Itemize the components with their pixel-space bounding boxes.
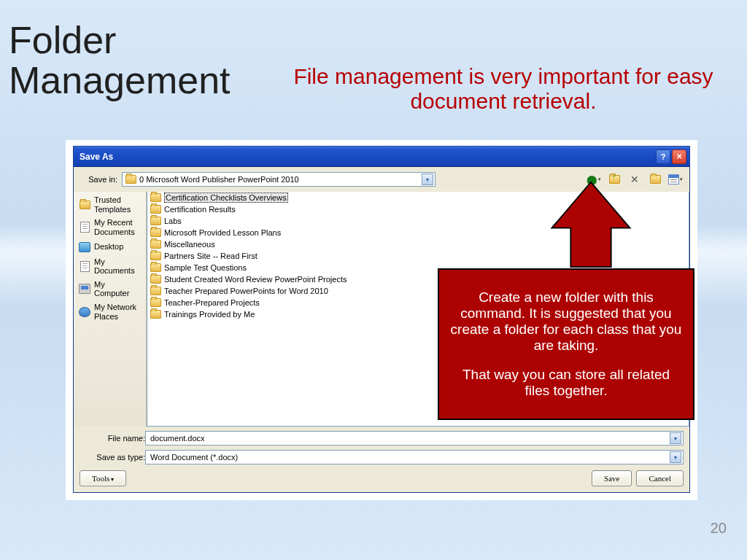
help-button[interactable] bbox=[656, 149, 670, 164]
folder-icon bbox=[150, 298, 161, 307]
chevron-down-icon[interactable]: ▾ bbox=[670, 451, 681, 463]
doc-icon bbox=[78, 260, 91, 272]
computer-icon bbox=[78, 283, 91, 295]
folder-name: Student Created Word Review PowerPoint P… bbox=[164, 275, 347, 284]
places-item-label: My Computer bbox=[94, 280, 142, 298]
file-name-input[interactable]: document.docx ▾ bbox=[145, 431, 684, 446]
folder-name: Partners Site -- Read First bbox=[164, 252, 258, 260]
callout-box: Create a new folder with this command. I… bbox=[438, 268, 694, 420]
places-item[interactable]: My Documents bbox=[74, 255, 146, 278]
folder-icon bbox=[150, 217, 161, 225]
folder-icon bbox=[150, 193, 161, 202]
places-bar: Trusted TemplatesMy Recent DocumentsDesk… bbox=[74, 192, 147, 427]
places-item-label: My Network Places bbox=[94, 303, 142, 321]
save-type-value: Word Document (*.docx) bbox=[150, 453, 238, 462]
folder-icon bbox=[650, 175, 661, 184]
places-item-label: My Documents bbox=[94, 257, 142, 276]
folder-icon bbox=[150, 275, 161, 284]
save-type-combo[interactable]: Word Document (*.docx) ▾ bbox=[145, 450, 684, 464]
cancel-button[interactable]: Cancel bbox=[636, 470, 684, 486]
title-line1: Folder bbox=[9, 20, 231, 61]
tools-button[interactable]: Tools bbox=[80, 470, 126, 486]
folder-icon bbox=[150, 310, 161, 319]
chevron-down-icon[interactable]: ▾ bbox=[422, 174, 433, 185]
button-row: Tools Save Cancel bbox=[74, 467, 689, 492]
file-name-value: document.docx bbox=[150, 434, 205, 443]
save-type-label: Save as type: bbox=[80, 453, 145, 462]
folder-name: Teacher-Prepared Projects bbox=[164, 298, 260, 307]
titlebar: Save As bbox=[74, 147, 689, 167]
page-number: 20 bbox=[711, 520, 727, 537]
callout-arrow bbox=[547, 181, 635, 268]
dialog-title: Save As bbox=[80, 152, 113, 162]
views-button[interactable] bbox=[667, 171, 684, 187]
folder-name: Teacher Prepared PowerPoints for Word 20… bbox=[164, 287, 328, 295]
places-item-label: Trusted Templates bbox=[94, 195, 142, 214]
folder-name: Certification Results bbox=[164, 205, 236, 214]
folder-name: Sample Test Questions bbox=[164, 263, 247, 272]
folder-name: Trainings Provided by Me bbox=[164, 310, 255, 319]
views-icon bbox=[668, 174, 679, 184]
folder-icon bbox=[78, 199, 91, 211]
folder-name: Labs bbox=[164, 217, 182, 225]
save-button[interactable]: Save bbox=[592, 470, 632, 486]
title-line2: Management bbox=[9, 61, 231, 101]
folder-icon bbox=[150, 252, 161, 260]
folder-name: Miscellaneous bbox=[164, 240, 215, 249]
network-icon bbox=[78, 306, 91, 318]
places-item-label: Desktop bbox=[94, 242, 123, 252]
folder-icon bbox=[150, 228, 161, 237]
folder-icon bbox=[125, 175, 136, 184]
chevron-down-icon[interactable]: ▾ bbox=[670, 432, 681, 444]
desktop-icon bbox=[78, 241, 91, 253]
places-item[interactable]: Desktop bbox=[74, 239, 146, 255]
new-folder-button[interactable] bbox=[647, 171, 663, 187]
bottom-fields: File name: document.docx ▾ Save as type:… bbox=[74, 427, 689, 467]
callout-p2: That way you can store all related files… bbox=[449, 367, 683, 399]
folder-icon bbox=[150, 287, 161, 295]
save-in-combo[interactable]: 0 Microsoft Word Publisher PowerPoint 20… bbox=[122, 172, 436, 187]
folder-icon bbox=[150, 205, 161, 214]
folder-name: Microsoft Provided Lesson Plans bbox=[164, 228, 281, 237]
places-item[interactable]: My Network Places bbox=[74, 300, 146, 323]
file-name-label: File name: bbox=[80, 434, 145, 443]
save-in-value: 0 Microsoft Word Publisher PowerPoint 20… bbox=[139, 175, 299, 184]
slide-subtitle: File management is very important for ea… bbox=[292, 64, 715, 114]
doc-icon bbox=[78, 222, 91, 233]
svg-marker-0 bbox=[551, 182, 630, 267]
save-in-label: Save in: bbox=[80, 175, 117, 184]
folder-icon bbox=[150, 263, 161, 272]
close-button[interactable] bbox=[672, 149, 686, 164]
callout-p1: Create a new folder with this command. I… bbox=[449, 289, 683, 354]
slide-title: Folder Management bbox=[9, 20, 231, 100]
folder-name: Certification Checklists Overviews bbox=[164, 192, 288, 203]
places-item[interactable]: Trusted Templates bbox=[74, 193, 146, 216]
places-item[interactable]: My Computer bbox=[74, 278, 146, 300]
places-item-label: My Recent Documents bbox=[94, 218, 142, 236]
places-item[interactable]: My Recent Documents bbox=[74, 216, 146, 238]
folder-icon bbox=[150, 240, 161, 249]
